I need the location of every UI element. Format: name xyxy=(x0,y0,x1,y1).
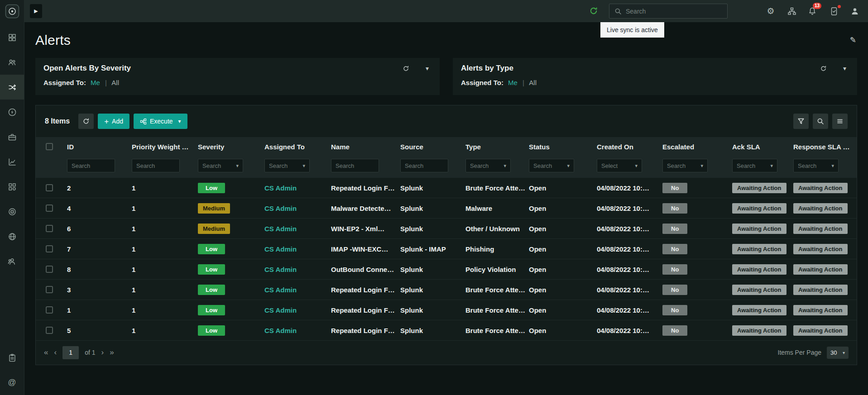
column-header[interactable]: Name xyxy=(331,143,400,151)
sidebar-item-dashboard[interactable] xyxy=(0,25,24,50)
column-header[interactable]: Priority Weight … xyxy=(132,143,198,151)
chevron-down-icon: ▾ xyxy=(700,163,703,169)
sidebar-item-analytics[interactable] xyxy=(0,149,24,174)
refresh-widget-button[interactable] xyxy=(403,65,409,72)
sidebar-item-teams[interactable] xyxy=(0,50,24,75)
column-menu-button[interactable] xyxy=(832,114,848,129)
filter-input[interactable] xyxy=(132,159,180,172)
table-row[interactable]: 51LowCS AdminRepeated Login F…SplunkBrut… xyxy=(36,320,857,341)
sidebar-item-automation[interactable] xyxy=(0,100,24,124)
row-checkbox[interactable] xyxy=(46,205,53,212)
app-logo[interactable] xyxy=(0,0,24,22)
cell-severity: Low xyxy=(198,285,264,295)
filter-select[interactable]: Select▾ xyxy=(597,159,642,172)
items-per-page-select[interactable]: 30 ▾ xyxy=(827,347,849,359)
row-checkbox[interactable] xyxy=(46,286,53,293)
assigned-all-link[interactable]: All xyxy=(111,79,119,86)
refresh-widget-button[interactable] xyxy=(820,65,827,72)
filter-input[interactable] xyxy=(331,159,379,172)
assigned-to-link[interactable]: CS Admin xyxy=(264,184,297,192)
column-header[interactable]: Type xyxy=(465,143,529,151)
assigned-to-link[interactable]: CS Admin xyxy=(264,266,297,273)
sidebar-item-mentions[interactable]: @ xyxy=(0,370,24,395)
sidebar-item-apps[interactable] xyxy=(0,174,24,199)
row-checkbox[interactable] xyxy=(46,245,53,252)
column-header[interactable]: Source xyxy=(400,143,465,151)
sidebar-item-user-management[interactable] xyxy=(0,249,24,274)
sidebar-item-tasks[interactable] xyxy=(0,345,24,370)
approvals-button[interactable] xyxy=(826,0,842,22)
row-checkbox[interactable] xyxy=(46,306,53,314)
filter-select[interactable]: Search▾ xyxy=(264,159,310,172)
edit-page-button[interactable]: ✎ xyxy=(850,35,856,45)
org-hierarchy-button[interactable] xyxy=(784,0,800,22)
assigned-me-link[interactable]: Me xyxy=(508,79,518,86)
response-sla-badge: Awaiting Action xyxy=(793,203,848,214)
table-row[interactable]: 31LowCS AdminRepeated Login F…SplunkBrut… xyxy=(36,280,857,300)
row-checkbox[interactable] xyxy=(46,225,53,232)
column-header[interactable]: Status xyxy=(529,143,597,151)
table-row[interactable]: 41MediumCS AdminMalware Detecte…SplunkMa… xyxy=(36,198,857,219)
column-header[interactable]: Created On xyxy=(597,143,662,151)
refresh-table-button[interactable] xyxy=(78,114,94,129)
widget-collapse-button[interactable]: ▾ xyxy=(426,65,429,72)
prev-page-button[interactable]: ‹ xyxy=(54,348,57,357)
last-page-button[interactable]: » xyxy=(110,348,114,357)
table-row[interactable]: 71LowCS AdminIMAP -WIN-EXC…Splunk - IMAP… xyxy=(36,239,857,259)
sidebar-item-threat-intel[interactable] xyxy=(0,224,24,249)
current-page-input[interactable]: 1 xyxy=(62,346,79,359)
live-sync-button[interactable] xyxy=(589,6,598,17)
assigned-to-label: Assigned To: xyxy=(43,79,86,86)
column-filter-cell: Search▾ xyxy=(732,159,793,172)
filter-select[interactable]: Search▾ xyxy=(662,159,708,172)
collapse-handle-button[interactable]: ▶ xyxy=(30,4,42,18)
assigned-me-link[interactable]: Me xyxy=(91,79,100,86)
widget-collapse-button[interactable]: ▾ xyxy=(843,65,846,72)
filter-select[interactable]: Search▾ xyxy=(465,159,511,172)
settings-button[interactable]: ⚙ xyxy=(762,0,779,22)
execute-button[interactable]: Execute ▾ xyxy=(134,114,187,129)
table-row[interactable]: 81LowCS AdminOutBound Conne…SplunkPolicy… xyxy=(36,259,857,280)
table-row[interactable]: 11LowCS AdminRepeated Login F…SplunkBrut… xyxy=(36,300,857,320)
filter-input[interactable] xyxy=(67,159,115,172)
assigned-all-link[interactable]: All xyxy=(529,79,537,86)
filter-select[interactable]: Search▾ xyxy=(732,159,777,172)
filter-input[interactable] xyxy=(400,159,448,172)
profile-button[interactable] xyxy=(847,0,863,22)
filter-select[interactable]: Search▾ xyxy=(529,159,574,172)
assigned-to-link[interactable]: CS Admin xyxy=(264,306,297,314)
assigned-to-link[interactable]: CS Admin xyxy=(264,327,297,334)
notifications-button[interactable]: 13 xyxy=(804,0,820,22)
table-row[interactable]: 61MediumCS AdminWIN-EP2 - Xml…SplunkOthe… xyxy=(36,219,857,239)
assigned-to-link[interactable]: CS Admin xyxy=(264,205,297,212)
next-page-button[interactable]: › xyxy=(101,348,104,357)
table-row[interactable]: 21LowCS AdminRepeated Login F…SplunkBrut… xyxy=(36,178,857,198)
cell-escalated: No xyxy=(662,203,732,214)
column-header[interactable]: Escalated xyxy=(662,143,732,151)
assigned-to-link[interactable]: CS Admin xyxy=(264,245,297,253)
filter-select[interactable]: Search▾ xyxy=(198,159,243,172)
sidebar-item-cases[interactable] xyxy=(0,124,24,149)
add-alert-button[interactable]: + Add xyxy=(98,114,129,129)
global-search[interactable] xyxy=(609,4,728,19)
select-all-checkbox[interactable] xyxy=(46,143,53,150)
row-checkbox[interactable] xyxy=(46,327,53,334)
column-header[interactable]: Ack SLA xyxy=(732,143,793,151)
column-header[interactable]: Assigned To xyxy=(264,143,331,151)
sidebar-item-incidents[interactable] xyxy=(0,199,24,224)
sidebar-item-alerts[interactable] xyxy=(0,75,24,100)
column-header[interactable]: Severity xyxy=(198,143,264,151)
column-header[interactable]: Response SLA … xyxy=(793,143,857,151)
filter-button[interactable] xyxy=(793,114,809,129)
column-header[interactable]: ID xyxy=(67,143,132,151)
assigned-to-link[interactable]: CS Admin xyxy=(264,225,297,233)
cell-created-on: 04/08/2022 10:… xyxy=(597,266,662,273)
assigned-to-link[interactable]: CS Admin xyxy=(264,286,297,294)
global-search-input[interactable] xyxy=(626,8,722,15)
table-search-button[interactable] xyxy=(813,114,828,129)
response-sla-badge: Awaiting Action xyxy=(793,183,848,193)
filter-select[interactable]: Search▾ xyxy=(793,159,839,172)
first-page-button[interactable]: « xyxy=(44,348,48,357)
row-checkbox[interactable] xyxy=(46,266,53,273)
row-checkbox[interactable] xyxy=(46,184,53,191)
